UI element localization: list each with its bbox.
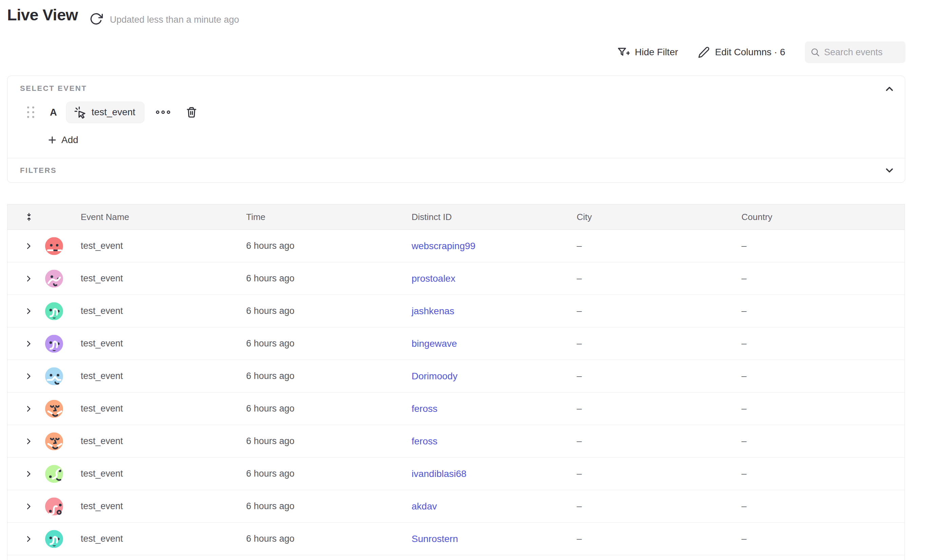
country-cell: – [741, 241, 747, 251]
drag-handle[interactable] [27, 106, 34, 118]
table-row: test_event 6 hours ago jashkenas – – [8, 295, 905, 328]
refresh-button[interactable] [89, 12, 103, 26]
add-label: Add [62, 135, 78, 145]
user-avatar [45, 432, 63, 450]
expand-row-chevron-icon[interactable] [25, 275, 32, 282]
distinct-id-link[interactable]: ivandiblasi68 [411, 468, 466, 479]
table-header-row: Event Name Time Distinct ID City Country [8, 204, 905, 230]
hide-filter-button[interactable]: Hide Filter [617, 46, 678, 58]
edit-columns-label: Edit Columns · 6 [715, 47, 785, 58]
user-avatar [45, 400, 63, 418]
live-view-page: Live View Updated less than a minute ago… [0, 0, 933, 560]
country-cell: – [741, 306, 747, 316]
trash-icon [185, 106, 198, 118]
series-letter: A [50, 107, 57, 118]
table-row-partial [8, 555, 905, 560]
select-event-label: SELECT EVENT [20, 84, 87, 93]
column-header-time[interactable]: Time [246, 212, 411, 222]
expand-row-chevron-icon[interactable] [25, 502, 32, 510]
event-name-cell: test_event [81, 468, 123, 478]
filters-label: FILTERS [20, 166, 57, 175]
country-cell: – [741, 403, 747, 414]
distinct-id-link[interactable]: feross [411, 436, 437, 446]
city-cell: – [577, 273, 582, 283]
distinct-id-link[interactable]: feross [411, 403, 437, 414]
add-event-button[interactable]: Add [47, 131, 78, 149]
event-name-cell: test_event [81, 371, 123, 381]
search-events-input[interactable] [824, 47, 900, 58]
collapse-select-event-button[interactable] [883, 83, 895, 95]
time-cell: 6 hours ago [246, 501, 295, 511]
event-chip[interactable]: test_event [66, 102, 145, 123]
event-name-cell: test_event [81, 338, 123, 348]
expand-row-chevron-icon[interactable] [25, 372, 32, 380]
time-cell: 6 hours ago [246, 403, 295, 414]
event-name-cell: test_event [81, 241, 123, 251]
search-events-box[interactable] [805, 42, 905, 63]
user-avatar [45, 530, 63, 548]
time-cell: 6 hours ago [246, 306, 295, 316]
city-cell: – [577, 501, 582, 511]
distinct-id-link[interactable]: webscraping99 [411, 241, 475, 251]
user-avatar [45, 367, 63, 385]
edit-columns-button[interactable]: Edit Columns · 6 [698, 46, 785, 58]
distinct-id-link[interactable]: jashkenas [411, 306, 454, 316]
table-row: test_event 6 hours ago webscraping99 – – [8, 230, 905, 262]
events-table: Event Name Time Distinct ID City Country… [7, 204, 905, 560]
expand-row-chevron-icon[interactable] [25, 405, 32, 412]
search-icon [810, 46, 820, 58]
collapse-rows-icon[interactable] [25, 212, 34, 222]
distinct-id-link[interactable]: bingewave [411, 338, 457, 349]
delete-event-button[interactable] [184, 105, 199, 120]
event-name-cell: test_event [81, 534, 123, 544]
table-body: test_event 6 hours ago webscraping99 – –… [8, 230, 905, 555]
time-cell: 6 hours ago [246, 468, 295, 478]
refresh-icon [89, 12, 103, 26]
expand-row-chevron-icon[interactable] [25, 307, 32, 315]
event-name-cell: test_event [81, 501, 123, 511]
chevron-up-icon [884, 84, 895, 94]
time-cell: 6 hours ago [246, 338, 295, 348]
expand-row-chevron-icon[interactable] [25, 535, 32, 543]
distinct-id-link[interactable]: Sunrostern [411, 534, 458, 544]
expand-row-chevron-icon[interactable] [25, 437, 32, 445]
distinct-id-link[interactable]: prostoalex [411, 273, 455, 284]
expand-filters-button[interactable] [883, 165, 895, 177]
collapse-all-cell [8, 205, 81, 229]
city-cell: – [577, 338, 582, 348]
country-cell: – [741, 501, 747, 511]
expand-row-chevron-icon[interactable] [25, 470, 32, 478]
country-cell: – [741, 436, 747, 446]
country-cell: – [741, 534, 747, 544]
more-options-button[interactable] [153, 107, 174, 118]
user-avatar [45, 335, 63, 352]
user-avatar [45, 302, 63, 320]
event-name-cell: test_event [81, 273, 123, 283]
column-header-city[interactable]: City [577, 212, 741, 222]
user-avatar [45, 465, 63, 483]
plus-icon [47, 135, 58, 145]
time-cell: 6 hours ago [246, 241, 295, 251]
time-cell: 6 hours ago [246, 273, 295, 283]
column-header-country[interactable]: Country [741, 212, 905, 222]
toolbar: Hide Filter Edit Columns · 6 [617, 42, 905, 63]
event-row: A test_event [8, 101, 199, 123]
event-click-icon [73, 105, 87, 119]
time-cell: 6 hours ago [246, 436, 295, 446]
distinct-id-link[interactable]: Dorimoody [411, 371, 457, 382]
table-row: test_event 6 hours ago Sunrostern – – [8, 523, 905, 555]
expand-row-chevron-icon[interactable] [25, 340, 32, 348]
expand-row-chevron-icon[interactable] [25, 242, 32, 250]
query-panel: SELECT EVENT A test_event [7, 75, 905, 183]
city-cell: – [577, 436, 582, 446]
distinct-id-link[interactable]: akdav [411, 501, 437, 512]
event-name-cell: test_event [81, 403, 123, 414]
city-cell: – [577, 371, 582, 381]
filters-section[interactable]: FILTERS [8, 158, 905, 182]
column-header-distinct-id[interactable]: Distinct ID [411, 212, 577, 222]
column-header-event-name[interactable]: Event Name [81, 212, 246, 222]
table-row: test_event 6 hours ago feross – – [8, 392, 905, 425]
city-cell: – [577, 241, 582, 251]
table-row: test_event 6 hours ago ivandiblasi68 – – [8, 458, 905, 490]
hide-filter-label: Hide Filter [635, 47, 678, 58]
